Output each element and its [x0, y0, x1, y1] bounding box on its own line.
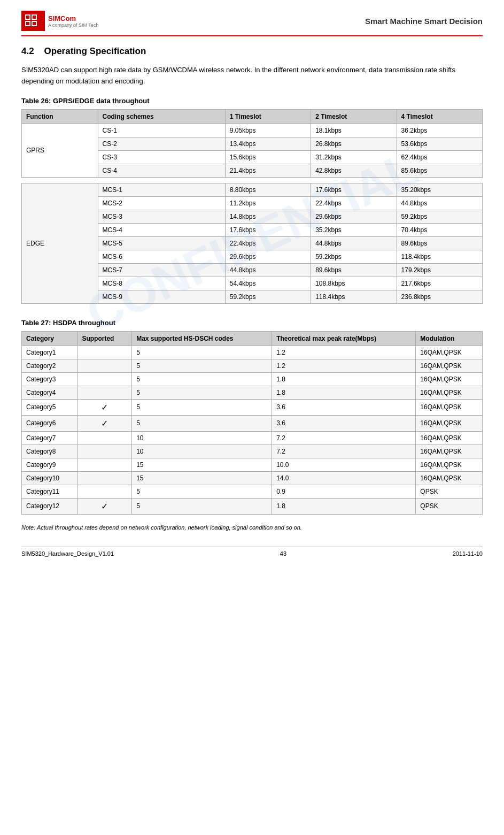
- table26-cell: 14.8kbps: [225, 210, 311, 223]
- company-name: SIMCom: [48, 14, 98, 22]
- table27-cell: Category1: [22, 346, 77, 359]
- table26-cell: 22.4kbps: [225, 236, 311, 250]
- table26-cell: 89.6kbps: [311, 263, 397, 277]
- svg-rect-8: [33, 22, 36, 25]
- table26-cell: 44.8kbps: [311, 236, 397, 250]
- table27-cell: 5: [132, 485, 272, 498]
- svg-rect-7: [26, 22, 29, 25]
- table26-cell: 118.4kbps: [311, 290, 397, 303]
- table27-cell: Category7: [22, 431, 77, 445]
- table26-cell: 42.8kbps: [311, 164, 397, 177]
- table27-cell: 16QAM,QPSK: [416, 399, 483, 415]
- table26-cell: 59.2kbps: [225, 290, 311, 303]
- table27-cell: 3.6: [272, 399, 416, 415]
- table26-cell: 11.2kbps: [225, 196, 311, 210]
- table26-cell: 54.4kbps: [225, 277, 311, 290]
- simcom-logo-icon: [23, 12, 43, 29]
- table27-cell: [77, 458, 132, 471]
- table26-cell: 17.6kbps: [225, 223, 311, 236]
- page-footer: SIM5320_Hardware_Design_V1.01 43 2011-11…: [21, 547, 483, 557]
- table27-cell: 16QAM,QPSK: [416, 359, 483, 372]
- header-title: Smart Machine Smart Decision: [365, 17, 483, 26]
- table27-cell: [77, 386, 132, 399]
- table26-cell: CS-3: [98, 150, 225, 164]
- table27-cell: 15: [132, 471, 272, 485]
- table27-cell: 10: [132, 445, 272, 458]
- table26-cell: 44.8kbps: [225, 263, 311, 277]
- footer-right: 2011-11-10: [453, 550, 483, 557]
- table26-cell: 13.4kbps: [225, 137, 311, 150]
- table26-cell: 15.6kbps: [225, 150, 311, 164]
- table26-cell: MCS-8: [98, 277, 225, 290]
- table26-cell: 22.4kbps: [311, 196, 397, 210]
- table27-cell: 16QAM,QPSK: [416, 346, 483, 359]
- table27-cell: [77, 471, 132, 485]
- table27-cell: [77, 445, 132, 458]
- table27-cell: 1.2: [272, 359, 416, 372]
- table27-cell: 5: [132, 415, 272, 431]
- table27-cell: 5: [132, 372, 272, 386]
- table27-cell: 16QAM,QPSK: [416, 415, 483, 431]
- table26-cell: 29.6kbps: [311, 210, 397, 223]
- intro-paragraph: SIM5320AD can support high rate data by …: [21, 64, 483, 87]
- table26-cell: 85.6kbps: [397, 164, 482, 177]
- table27-cell: 16QAM,QPSK: [416, 372, 483, 386]
- col-theoretical: Theoretical max peak rate(Mbps): [272, 331, 416, 346]
- table26-cell: MCS-3: [98, 210, 225, 223]
- table26-cell: MCS-4: [98, 223, 225, 236]
- table26-cell: MCS-5: [98, 236, 225, 250]
- table27-cell: Category8: [22, 445, 77, 458]
- table27-cell: 1.2: [272, 346, 416, 359]
- table27-cell: [77, 346, 132, 359]
- logo-box: [21, 11, 45, 31]
- table27-cell: ✓: [77, 399, 132, 415]
- col-modulation: Modulation: [416, 331, 483, 346]
- table27-title: Table 27: HSDPA throughout: [21, 319, 483, 327]
- table26-cell: 35.20kbps: [397, 183, 482, 196]
- table27-cell: [77, 359, 132, 372]
- table26-cell: 29.6kbps: [225, 250, 311, 263]
- table27-cell: Category11: [22, 485, 77, 498]
- table26-cell: 59.2kbps: [397, 210, 482, 223]
- table27-cell: [77, 372, 132, 386]
- table27-cell: ✓: [77, 498, 132, 514]
- table27-cell: 1.8: [272, 498, 416, 514]
- table27-cell: 5: [132, 498, 272, 514]
- table27-cell: 10.0: [272, 458, 416, 471]
- table26-cell: 8.80kbps: [225, 183, 311, 196]
- table27-cell: 14.0: [272, 471, 416, 485]
- table26-cell: 236.8kbps: [397, 290, 482, 303]
- section-number: 4.2: [21, 46, 34, 56]
- table27-cell: Category5: [22, 399, 77, 415]
- company-subtitle: A company of SIM Tech: [48, 22, 98, 28]
- table27-cell: 5: [132, 399, 272, 415]
- table26-cell: 217.6kbps: [397, 277, 482, 290]
- table27-cell: 5: [132, 359, 272, 372]
- table26-cell: MCS-9: [98, 290, 225, 303]
- footer-left: SIM5320_Hardware_Design_V1.01: [21, 550, 114, 557]
- table27-cell: 10: [132, 431, 272, 445]
- table27-cell: Category10: [22, 471, 77, 485]
- table27-cell: [77, 431, 132, 445]
- table26-cell: 9.05kbps: [225, 124, 311, 137]
- table27-cell: Category3: [22, 372, 77, 386]
- col-4ts: 4 Timeslot: [397, 109, 482, 124]
- col-category: Category: [22, 331, 77, 346]
- table27-cell: 16QAM,QPSK: [416, 445, 483, 458]
- gprs-edge-table: Function Coding schemes 1 Timeslot 2 Tim…: [21, 109, 483, 304]
- table27-cell: ✓: [77, 415, 132, 431]
- table26-cell: 179.2kbps: [397, 263, 482, 277]
- table26-cell: 21.4kbps: [225, 164, 311, 177]
- logo-area: SIMCom A company of SIM Tech: [21, 11, 98, 31]
- table26-cell: 18.1kbps: [311, 124, 397, 137]
- table26-cell: 17.6kbps: [311, 183, 397, 196]
- table27-cell: 16QAM,QPSK: [416, 458, 483, 471]
- table27-cell: 1.8: [272, 386, 416, 399]
- table27-cell: 15: [132, 458, 272, 471]
- table27-cell: 7.2: [272, 431, 416, 445]
- table26-cell: 118.4kbps: [397, 250, 482, 263]
- table26-cell: 59.2kbps: [311, 250, 397, 263]
- table27-cell: QPSK: [416, 485, 483, 498]
- table27-cell: [77, 485, 132, 498]
- table26-cell: 89.6kbps: [397, 236, 482, 250]
